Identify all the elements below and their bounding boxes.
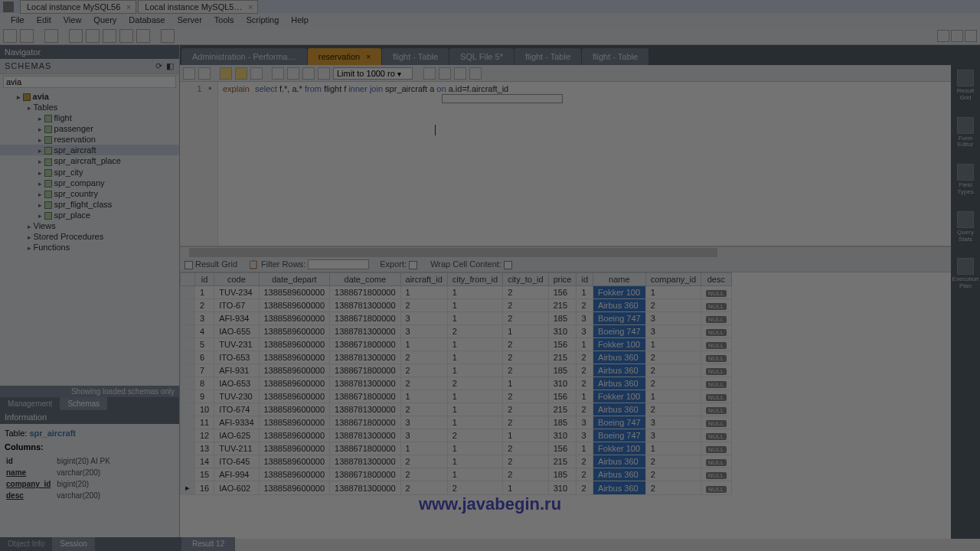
side-tab[interactable]: QueryStats bbox=[957, 211, 974, 243]
menu-view[interactable]: View bbox=[57, 14, 88, 26]
table-row[interactable]: 4IAO-65513885896000001388781300000321310… bbox=[181, 325, 732, 338]
menu-server[interactable]: Server bbox=[171, 14, 207, 26]
toggle-invisible-icon[interactable] bbox=[454, 67, 466, 80]
row-limit-dropdown[interactable]: Limit to 1000 ro ▾ bbox=[333, 67, 413, 80]
close-icon[interactable]: × bbox=[366, 53, 371, 61]
toggle-panel-icon[interactable] bbox=[951, 30, 963, 42]
menu-query[interactable]: Query bbox=[87, 14, 122, 26]
tree-functions[interactable]: Functions bbox=[0, 242, 179, 253]
stop-icon[interactable] bbox=[272, 67, 284, 80]
export-button[interactable] bbox=[409, 261, 417, 269]
toolbar-button[interactable] bbox=[20, 29, 34, 43]
table-row[interactable]: 12IAO-6251388589600000138878130000032131… bbox=[181, 429, 732, 442]
column-header[interactable]: id bbox=[195, 273, 214, 286]
find-icon[interactable] bbox=[439, 67, 451, 80]
close-icon[interactable]: × bbox=[248, 2, 253, 11]
editor-tab[interactable]: reservation× bbox=[308, 48, 381, 65]
column-header[interactable]: aircraft_id bbox=[400, 273, 447, 286]
tree-stored-procedures[interactable]: Stored Procedures bbox=[0, 231, 179, 242]
connection-tab-1[interactable]: Local instance MySQL56× bbox=[20, 0, 136, 14]
table-row[interactable]: 6ITO-65313885896000001388781300000212215… bbox=[181, 351, 732, 364]
menu-database[interactable]: Database bbox=[122, 14, 171, 26]
column-header[interactable]: date_come bbox=[330, 273, 401, 286]
execute-icon[interactable] bbox=[220, 67, 232, 80]
tab-object-info[interactable]: Object Info bbox=[0, 537, 52, 551]
toolbar-button[interactable] bbox=[103, 29, 116, 43]
result-grid-toggle[interactable] bbox=[185, 261, 193, 269]
schema-search-input[interactable] bbox=[3, 76, 176, 88]
table-row[interactable]: ▸16IAO-602138858960000013887813000002213… bbox=[181, 481, 732, 495]
filter-rows-input[interactable] bbox=[308, 259, 369, 269]
tree-table-flight[interactable]: flight bbox=[0, 112, 179, 123]
column-header[interactable]: code bbox=[214, 273, 259, 286]
open-file-icon[interactable] bbox=[183, 67, 195, 80]
table-row[interactable]: 14ITO-6451388589600000138878130000021221… bbox=[181, 455, 732, 468]
menu-tools[interactable]: Tools bbox=[208, 14, 240, 26]
menu-scripting[interactable]: Scripting bbox=[240, 14, 286, 26]
column-header[interactable] bbox=[181, 273, 195, 286]
menu-file[interactable]: File bbox=[5, 14, 31, 26]
autocommit-icon[interactable] bbox=[318, 67, 330, 80]
column-header[interactable]: date_depart bbox=[259, 273, 330, 286]
schema-tree[interactable]: avia Tables flightpassengerreservationsp… bbox=[0, 90, 179, 386]
table-row[interactable]: 5TUV-23113885896000001388671800000112156… bbox=[181, 338, 732, 351]
tree-table-reservation[interactable]: reservation bbox=[0, 134, 179, 145]
toolbar-button[interactable] bbox=[69, 29, 83, 43]
tree-table-spr_flight_class[interactable]: spr_flight_class bbox=[0, 199, 179, 210]
tree-tables-folder[interactable]: Tables bbox=[0, 102, 179, 112]
table-row[interactable]: 10ITO-6741388589600000138878130000021221… bbox=[181, 403, 732, 416]
sql-editor[interactable]: 1 • explain select f.*, a.* from flight … bbox=[180, 82, 951, 246]
column-header[interactable]: price bbox=[548, 273, 577, 286]
word-wrap-icon[interactable] bbox=[469, 67, 482, 80]
editor-scrollbar[interactable] bbox=[180, 246, 951, 257]
tree-db[interactable]: avia bbox=[0, 91, 179, 102]
side-tab[interactable]: ExecutionPlan bbox=[952, 258, 978, 290]
editor-tab[interactable]: Administration - Performa… bbox=[181, 48, 307, 65]
table-row[interactable]: 8IAO-65313885896000001388781300000221310… bbox=[181, 377, 732, 390]
close-icon[interactable]: × bbox=[126, 2, 131, 11]
table-row[interactable]: 2ITO-67138858960000013887813000002122152… bbox=[181, 299, 732, 312]
toolbar-button[interactable] bbox=[161, 29, 175, 43]
table-row[interactable]: 9TUV-23013885896000001388671800000112156… bbox=[181, 390, 732, 403]
editor-tab[interactable]: flight - Table bbox=[582, 48, 648, 65]
result-tab[interactable]: Result 12 bbox=[181, 537, 235, 551]
execute-current-icon[interactable] bbox=[235, 67, 247, 80]
menu-help[interactable]: Help bbox=[285, 14, 315, 26]
tree-table-spr_aircraft[interactable]: spr_aircraft bbox=[0, 145, 179, 155]
tree-table-spr_place[interactable]: spr_place bbox=[0, 210, 179, 220]
tree-table-spr_company[interactable]: spr_company bbox=[0, 178, 179, 188]
editor-tab[interactable]: SQL File 5* bbox=[449, 48, 514, 65]
editor-tab[interactable]: flight - Table bbox=[514, 48, 581, 65]
rollback-icon[interactable] bbox=[302, 67, 315, 80]
toggle-sidebar-icon[interactable] bbox=[937, 30, 949, 42]
table-row[interactable]: 11AFI-9334138858960000013886718000003121… bbox=[181, 416, 732, 429]
toolbar-button[interactable] bbox=[3, 29, 17, 43]
tree-table-spr_city[interactable]: spr_city bbox=[0, 167, 179, 178]
toolbar-button[interactable] bbox=[44, 29, 58, 43]
editor-tab[interactable]: flight - Table bbox=[382, 48, 449, 65]
table-row[interactable]: 13TUV-2111388589600000138867180000011215… bbox=[181, 442, 732, 455]
tree-table-passenger[interactable]: passenger bbox=[0, 123, 179, 134]
tab-management[interactable]: Management bbox=[0, 397, 60, 410]
side-tab[interactable]: FormEditor bbox=[957, 117, 974, 149]
toolbar-button[interactable] bbox=[136, 29, 150, 43]
commit-icon[interactable] bbox=[287, 67, 299, 80]
tab-schemas[interactable]: Schemas bbox=[60, 397, 107, 410]
tree-views[interactable]: Views bbox=[0, 220, 179, 231]
table-row[interactable]: 3AFI-93413885896000001388671800000312185… bbox=[181, 312, 732, 325]
connection-tab-2[interactable]: Local instance MySQL5…× bbox=[138, 0, 258, 14]
beautify-icon[interactable] bbox=[423, 67, 436, 80]
toggle-output-icon[interactable] bbox=[965, 30, 977, 42]
save-icon[interactable] bbox=[198, 67, 211, 80]
autocomplete-popup[interactable] bbox=[442, 94, 563, 103]
refresh-icon[interactable]: ⟳ ◧ bbox=[155, 61, 175, 71]
side-tab[interactable]: ResultGrid bbox=[957, 70, 975, 102]
tab-session[interactable]: Session bbox=[52, 537, 95, 551]
wrap-toggle[interactable] bbox=[504, 261, 512, 269]
column-header[interactable]: city_from_id bbox=[447, 273, 502, 286]
tree-table-spr_country[interactable]: spr_country bbox=[0, 188, 179, 199]
table-row[interactable]: 15AFI-9941388589600000138867180000021218… bbox=[181, 468, 732, 481]
column-header[interactable]: desc bbox=[701, 273, 731, 286]
column-header[interactable]: id bbox=[577, 273, 593, 286]
table-row[interactable]: 1TUV-23413885896000001388671800000112156… bbox=[181, 286, 732, 299]
